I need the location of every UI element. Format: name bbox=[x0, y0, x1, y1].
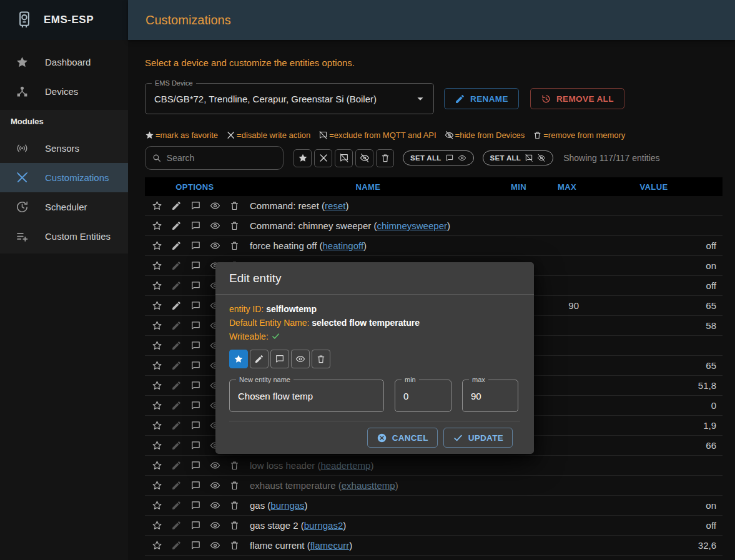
rename-button[interactable]: RENAME bbox=[444, 88, 519, 109]
edit-button[interactable] bbox=[169, 399, 183, 413]
favorite-button[interactable] bbox=[150, 379, 164, 393]
edit-button[interactable] bbox=[169, 459, 183, 473]
dialog-toggle-chat[interactable] bbox=[270, 350, 289, 368]
filter-trash-button[interactable] bbox=[376, 149, 394, 167]
delete-button[interactable] bbox=[227, 519, 241, 533]
favorite-button[interactable] bbox=[150, 299, 164, 313]
delete-button[interactable] bbox=[227, 219, 241, 233]
edit-button[interactable] bbox=[169, 239, 183, 253]
mqtt-exclude-button[interactable] bbox=[189, 199, 202, 213]
mqtt-exclude-button[interactable] bbox=[189, 539, 202, 553]
edit-button[interactable] bbox=[169, 259, 183, 273]
mqtt-exclude-button[interactable] bbox=[189, 379, 202, 393]
favorite-button[interactable] bbox=[150, 339, 164, 353]
edit-button[interactable] bbox=[169, 419, 183, 433]
favorite-button[interactable] bbox=[150, 539, 164, 553]
mqtt-exclude-button[interactable] bbox=[189, 499, 202, 513]
search-input[interactable] bbox=[167, 153, 277, 163]
entity-id-link[interactable]: exhausttemp bbox=[342, 480, 395, 491]
hide-button[interactable] bbox=[208, 539, 222, 553]
entity-id-link[interactable]: chimneysweeper bbox=[377, 220, 447, 231]
mqtt-exclude-button[interactable] bbox=[189, 519, 202, 533]
entity-id-link[interactable]: flamecurr bbox=[310, 540, 350, 551]
edit-button[interactable] bbox=[169, 439, 183, 453]
filter-star-button[interactable] bbox=[294, 149, 312, 167]
entity-id-link[interactable]: burngas2 bbox=[304, 520, 343, 531]
favorite-button[interactable] bbox=[150, 359, 164, 373]
dialog-toggle-eye[interactable] bbox=[291, 350, 310, 368]
edit-button[interactable] bbox=[169, 299, 183, 313]
mqtt-exclude-button[interactable] bbox=[189, 359, 202, 373]
entity-id-link[interactable]: burngas bbox=[270, 500, 304, 511]
mqtt-exclude-button[interactable] bbox=[189, 419, 202, 433]
favorite-button[interactable] bbox=[150, 459, 164, 473]
delete-button[interactable] bbox=[227, 459, 241, 473]
cancel-button[interactable]: CANCEL bbox=[367, 428, 438, 448]
delete-button[interactable] bbox=[227, 479, 241, 493]
dialog-toggle-pencil[interactable] bbox=[250, 350, 269, 368]
dialog-toggle-star[interactable] bbox=[229, 350, 248, 368]
favorite-button[interactable] bbox=[150, 439, 164, 453]
favorite-button[interactable] bbox=[150, 519, 164, 533]
mqtt-exclude-button[interactable] bbox=[189, 239, 202, 253]
hide-button[interactable] bbox=[208, 519, 222, 533]
filter-chat-off-button[interactable] bbox=[335, 149, 353, 167]
favorite-button[interactable] bbox=[150, 499, 164, 513]
set-all-button-2[interactable]: SET ALL bbox=[483, 150, 554, 165]
mqtt-exclude-button[interactable] bbox=[189, 459, 202, 473]
mqtt-exclude-button[interactable] bbox=[189, 299, 202, 313]
edit-button[interactable] bbox=[169, 339, 183, 353]
sidebar-item-sensors[interactable]: Sensors bbox=[0, 134, 128, 163]
hide-button[interactable] bbox=[208, 199, 222, 213]
favorite-button[interactable] bbox=[150, 479, 164, 493]
delete-button[interactable] bbox=[227, 199, 241, 213]
favorite-button[interactable] bbox=[150, 199, 164, 213]
hide-button[interactable] bbox=[208, 459, 222, 473]
edit-button[interactable] bbox=[169, 379, 183, 393]
hide-button[interactable] bbox=[208, 479, 222, 493]
hide-button[interactable] bbox=[208, 499, 222, 513]
min-input[interactable] bbox=[403, 391, 443, 401]
edit-button[interactable] bbox=[169, 319, 183, 333]
ems-device-select[interactable]: EMS Device CBS/GB*72, Trendline, Cerapur… bbox=[145, 83, 434, 114]
sidebar-item-devices[interactable]: Devices bbox=[0, 77, 128, 106]
entity-id-link[interactable]: heatingoff bbox=[322, 240, 363, 251]
edit-button[interactable] bbox=[169, 359, 183, 373]
edit-button[interactable] bbox=[169, 219, 183, 233]
sidebar-item-dashboard[interactable]: Dashboard bbox=[0, 47, 128, 77]
delete-button[interactable] bbox=[227, 499, 241, 513]
edit-button[interactable] bbox=[169, 499, 183, 513]
favorite-button[interactable] bbox=[150, 419, 164, 433]
filter-write-off-button[interactable] bbox=[314, 149, 332, 167]
filter-eye-off-button[interactable] bbox=[355, 149, 373, 167]
entity-id-link[interactable]: headertemp bbox=[320, 460, 370, 471]
update-button[interactable]: UPDATE bbox=[443, 428, 513, 448]
mqtt-exclude-button[interactable] bbox=[189, 399, 202, 413]
entity-id-link[interactable]: reset bbox=[325, 200, 345, 211]
hide-button[interactable] bbox=[208, 219, 222, 233]
delete-button[interactable] bbox=[227, 239, 241, 253]
favorite-button[interactable] bbox=[150, 399, 164, 413]
remove-all-button[interactable]: REMOVE ALL bbox=[530, 88, 624, 109]
edit-button[interactable] bbox=[169, 199, 183, 213]
sidebar-item-customizations[interactable]: Customizations bbox=[0, 163, 128, 192]
edit-button[interactable] bbox=[169, 539, 183, 553]
dialog-toggle-trash[interactable] bbox=[312, 350, 330, 368]
delete-button[interactable] bbox=[227, 539, 241, 553]
favorite-button[interactable] bbox=[150, 259, 164, 273]
new-entity-name-input[interactable] bbox=[238, 391, 375, 401]
mqtt-exclude-button[interactable] bbox=[189, 279, 202, 293]
mqtt-exclude-button[interactable] bbox=[189, 439, 202, 453]
max-input[interactable] bbox=[471, 391, 510, 401]
mqtt-exclude-button[interactable] bbox=[189, 259, 202, 273]
mqtt-exclude-button[interactable] bbox=[189, 319, 202, 333]
favorite-button[interactable] bbox=[150, 239, 164, 253]
edit-button[interactable] bbox=[169, 519, 183, 533]
edit-button[interactable] bbox=[169, 479, 183, 493]
mqtt-exclude-button[interactable] bbox=[189, 479, 202, 493]
favorite-button[interactable] bbox=[150, 219, 164, 233]
favorite-button[interactable] bbox=[150, 319, 164, 333]
favorite-button[interactable] bbox=[150, 279, 164, 293]
mqtt-exclude-button[interactable] bbox=[189, 339, 202, 353]
sidebar-item-scheduler[interactable]: Scheduler bbox=[0, 192, 128, 222]
